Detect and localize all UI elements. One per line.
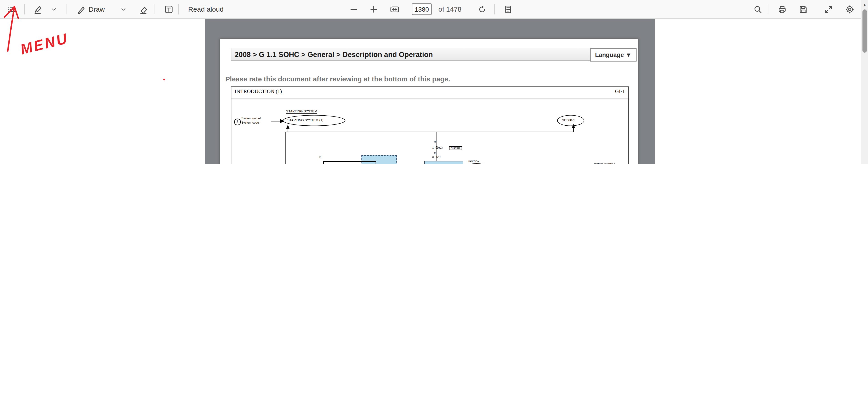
scrollbar-thumb[interactable] xyxy=(862,9,867,53)
diagram-label: IGNITION xyxy=(468,161,479,163)
save-button[interactable] xyxy=(796,2,810,16)
page-total-label: of 1478 xyxy=(438,0,461,18)
expand-button[interactable] xyxy=(822,2,836,16)
save-icon xyxy=(799,5,808,14)
diagram-label: B xyxy=(319,156,321,159)
scroll-up-icon[interactable]: ▲ xyxy=(861,0,868,8)
diagram-label: R xyxy=(434,152,436,155)
settings-gear-icon xyxy=(845,5,854,14)
highlight-button[interactable] xyxy=(31,2,45,16)
wiring-diagram-canvas: INTRODUCTION (1) GI-1 xyxy=(231,87,629,164)
rotate-button[interactable] xyxy=(475,2,489,16)
draw-dropdown-button[interactable] xyxy=(116,2,131,16)
diagram-box: INTRODUCTION (1) GI-1 xyxy=(231,86,629,164)
red-dot-annotation xyxy=(163,79,165,80)
diagram-label: R xyxy=(434,141,436,143)
diagram-label: EM03 xyxy=(436,147,443,149)
fit-to-width-button[interactable] xyxy=(388,2,402,16)
highlighter-icon xyxy=(34,5,42,14)
pdf-toolbar: Draw Read aloud of 1478 xyxy=(0,0,868,19)
print-icon xyxy=(778,5,787,14)
pdf-page: 2008 > G 1.1 SOHC > General > Descriptio… xyxy=(220,39,638,164)
breadcrumb: 2008 > G 1.1 SOHC > General > Descriptio… xyxy=(231,50,433,58)
chevron-down-icon xyxy=(50,6,57,12)
rotate-icon xyxy=(478,5,487,14)
search-button[interactable] xyxy=(750,2,765,16)
print-button[interactable] xyxy=(775,2,789,16)
zoom-in-button[interactable] xyxy=(366,2,381,16)
add-text-icon xyxy=(164,5,173,14)
photo-tag: PHOTO08 xyxy=(449,146,462,150)
toolbar-separator xyxy=(24,4,25,15)
page-view-icon xyxy=(504,5,513,14)
draw-button[interactable] xyxy=(74,2,89,16)
diagram-label: System name/ xyxy=(241,117,261,120)
eraser-icon xyxy=(139,5,148,14)
expand-icon xyxy=(824,5,833,14)
diagram-label: STARTING SYSTEM (1) xyxy=(287,119,323,122)
diagram-label: STARTING SYSTEM xyxy=(286,110,317,113)
toolbar-separator xyxy=(178,4,179,15)
vertical-scrollbar[interactable]: ▲ ▼ xyxy=(861,0,868,164)
draw-pen-icon xyxy=(77,5,86,14)
diagram-label: Picture number xyxy=(594,163,615,164)
highlight-dropdown-button[interactable] xyxy=(46,2,61,16)
toolbar-separator xyxy=(154,4,154,15)
toc-icon xyxy=(7,5,16,14)
diagram-label: SD360-1 xyxy=(562,119,575,122)
toc-button[interactable] xyxy=(4,2,19,16)
diagram-label: 1 xyxy=(432,147,434,149)
zoom-out-button[interactable] xyxy=(347,2,361,16)
browser-pdf-viewer: Draw Read aloud of 1478 xyxy=(0,0,868,164)
toolbar-separator xyxy=(768,4,768,15)
settings-button[interactable] xyxy=(842,2,857,16)
chevron-down-icon xyxy=(120,6,127,12)
page-view-button[interactable] xyxy=(501,2,515,16)
toolbar-separator xyxy=(494,4,495,15)
toolbar-separator xyxy=(66,4,66,15)
draw-label[interactable]: Draw xyxy=(89,0,105,18)
menu-annotation-text: MENU xyxy=(19,30,70,58)
fit-to-width-icon xyxy=(390,5,400,14)
rate-notice: Please rate this document after reviewin… xyxy=(225,76,450,83)
page-number-input[interactable] xyxy=(412,3,432,15)
zoom-out-icon xyxy=(349,5,358,14)
diagram-label: M11 xyxy=(436,156,441,159)
document-header-bar: 2008 > G 1.1 SOHC > General > Descriptio… xyxy=(231,48,633,61)
add-text-button[interactable] xyxy=(162,2,176,16)
erase-button[interactable] xyxy=(136,2,151,16)
read-aloud-button[interactable]: Read aloud xyxy=(188,0,224,18)
language-button[interactable]: Language ▼ xyxy=(590,48,637,61)
callout-number-1: 1 xyxy=(234,119,241,125)
search-icon xyxy=(753,5,762,14)
zoom-in-icon xyxy=(369,5,378,14)
diagram-label: System code xyxy=(241,121,259,124)
wiring-lines xyxy=(231,87,629,164)
diagram-label: 6 xyxy=(432,156,434,159)
